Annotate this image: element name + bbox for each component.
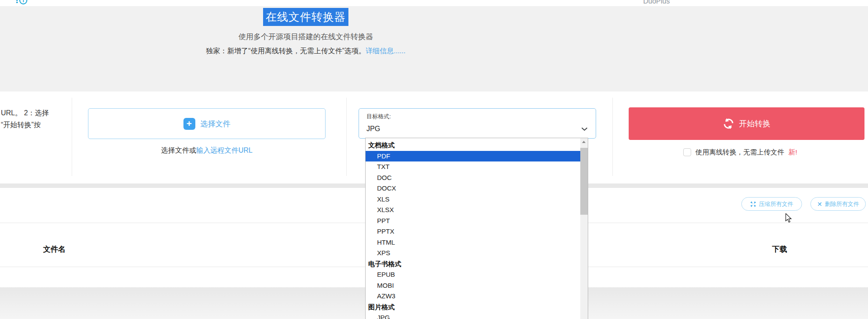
hero-section: 在线文件转换器 使用多个开源项目搭建的在线文件转换器 独家：新增了“使用离线转换… [0,6,868,92]
column-divider [346,98,347,176]
format-dropdown: 文档格式PDFTXTDOCDOCXXLSXLSXPPTPPTXHTMLXPS电子… [365,138,588,319]
dropdown-option[interactable]: PPTX [366,226,580,237]
delete-all-label: 删除所有文件 [825,200,859,208]
promo-line: 独家：新增了“使用离线转换，无需上传文件”选项。详细信息...... [0,47,612,56]
file-caption-prefix: 选择文件或 [161,147,196,154]
dropdown-option[interactable]: XLS [366,194,580,205]
offline-checkbox[interactable] [683,148,691,156]
download-column-header: 下载 [772,244,787,254]
dropdown-option[interactable]: PDF [366,151,580,162]
mouse-cursor [785,213,794,223]
scrollbar-up-arrow-icon[interactable] [580,138,588,146]
chevron-down-icon [581,127,588,131]
page-subtitle: 使用多个开源项目搭建的在线文件转换器 [0,32,612,42]
dropdown-option[interactable]: PPT [366,216,580,227]
page-title-row: 在线文件转换器 [0,8,612,26]
remote-url-link[interactable]: 输入远程文件URL [196,147,253,154]
target-format-label: 目标格式: [366,113,391,121]
dropdown-scrollbar[interactable] [580,138,588,319]
new-badge: 新! [788,148,797,157]
dropdown-option[interactable]: DOC [366,172,580,183]
dropdown-group-header: 图片格式 [366,302,580,313]
brand-label: DuoPlus [643,0,670,5]
compress-icon [750,201,756,207]
target-format-value: JPG [366,125,380,133]
choose-file-label: 选择文件 [201,119,231,129]
compress-all-button[interactable]: 压缩所有文件 [741,197,802,211]
refresh-icon [723,118,734,129]
top-bar: ⋮ i DuoPlus [0,0,868,6]
dropdown-group-header: 电子书格式 [366,259,580,270]
dropdown-option[interactable]: JPG [366,312,580,319]
dropdown-option[interactable]: XLSX [366,205,580,216]
help-text-line1: URL。 2：选择 [1,107,71,119]
dropdown-option[interactable]: DOCX [366,183,580,194]
start-convert-label: 开始转换 [739,118,771,129]
dropdown-scrollbar-thumb[interactable] [580,148,588,215]
plus-icon: + [183,118,195,130]
format-dropdown-list: 文档格式PDFTXTDOCDOCXXLSXLSXPPTPPTXHTMLXPS电子… [366,140,580,319]
column-divider [612,98,613,176]
compress-all-label: 压缩所有文件 [759,200,793,208]
column-divider [72,98,72,176]
start-convert-button[interactable]: 开始转换 [629,107,864,140]
dropdown-option[interactable]: EPUB [366,269,580,280]
help-text-line2: “开始转换”按 [1,119,71,131]
dropdown-option[interactable]: XPS [366,248,580,259]
offline-option-row: 使用离线转换，无需上传文件 新! [612,147,868,158]
dropdown-group-header: 文档格式 [366,140,580,151]
offline-label: 使用离线转换，无需上传文件 [696,148,784,157]
dropdown-option[interactable]: HTML [366,237,580,248]
filename-column-header: 文件名 [43,244,66,254]
page-title: 在线文件转换器 [263,8,348,26]
x-icon: ✕ [817,201,822,208]
file-caption: 选择文件或输入远程文件URL [88,146,326,155]
delete-all-button[interactable]: ✕ 删除所有文件 [810,197,866,211]
dropdown-option[interactable]: MOBI [366,280,580,291]
target-format-select[interactable]: 目标格式: JPG [359,108,596,139]
dropdown-option[interactable]: TXT [366,161,580,172]
promo-details-link[interactable]: 详细信息...... [366,47,406,55]
promo-text: 独家：新增了“使用离线转换，无需上传文件”选项。 [206,47,366,55]
choose-file-button[interactable]: + 选择文件 [88,108,326,139]
help-text: URL。 2：选择 “开始转换”按 [1,107,71,131]
dropdown-option[interactable]: AZW3 [366,291,580,302]
